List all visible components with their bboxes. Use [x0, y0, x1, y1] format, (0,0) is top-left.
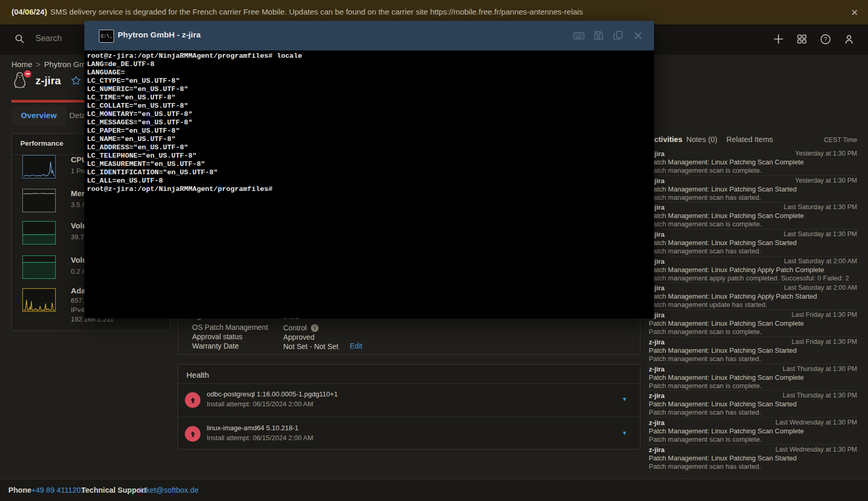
app-root: (04/06/24)SMS delivery service is degrad… — [0, 0, 868, 501]
terminal-line: root@z-jira:/opt/NinjaRMMAgent/programfi… — [84, 52, 654, 60]
svg-text:?: ? — [824, 36, 827, 42]
save-icon[interactable] — [592, 29, 605, 42]
copy-icon[interactable] — [612, 29, 625, 42]
terminal-line: LANGUAGE= — [84, 69, 654, 77]
activity-entry: z-jiraLast Thursday at 1:30 PM Patch Man… — [649, 391, 857, 418]
terminal-line: LC_ALL=en_US.UTF-8 — [84, 177, 654, 185]
alert-banner-date: (04/06/24) — [11, 7, 47, 16]
terminal-line: LC_COLLATE="en_US.UTF-8" — [84, 102, 654, 110]
footer: Phone +49 89 4111201 Technical Support t… — [0, 479, 868, 501]
terminal-line: root@z-jira:/opt/NinjaRMMAgent/programfi… — [84, 185, 654, 194]
banner-close-icon[interactable]: ✕ — [848, 6, 861, 19]
terminal-line: LC_MESSAGES="en_US.UTF-8" — [84, 119, 654, 127]
activity-list: z-jiraYesterday at 1:30 PM Patch Managem… — [649, 149, 857, 471]
activity-entry: z-jiraLast Friday at 1:30 PM Patch Manag… — [649, 310, 857, 337]
package-name: odbc-postgresql 1:16.00.0005-1.pgdg110+1 — [207, 390, 338, 398]
detail-row-os-patch: OS Patch Management Control i — [192, 323, 630, 332]
activity-tabs: Activities Notes (0) Related Items CEST … — [649, 135, 857, 147]
breadcrumb: Home>Phytron GmbH — [11, 60, 96, 69]
alert-banner-message: (04/06/24)SMS delivery service is degrad… — [11, 7, 583, 16]
breadcrumb-separator: > — [36, 60, 41, 69]
terminal-line: LC_PAPER="en_US.UTF-8" — [84, 127, 654, 135]
expand-caret-icon[interactable]: ▼ — [622, 396, 627, 402]
terminal-line: LC_ADDRESS="en_US.UTF-8" — [84, 144, 654, 152]
terminal-title: Phytron GmbH - z-jira — [118, 30, 200, 40]
phone-label: Phone — [8, 486, 31, 494]
terminal-titlebar[interactable]: C:\_ Phytron GmbH - z-jira — [84, 21, 654, 50]
breadcrumb-home[interactable]: Home — [11, 60, 32, 69]
search-icon[interactable] — [12, 32, 26, 45]
support-label: Technical Support — [81, 486, 146, 494]
tab-related-items[interactable]: Related Items — [726, 135, 773, 144]
device-header: z-jira — [12, 72, 82, 89]
tab-notes[interactable]: Notes (0) — [686, 135, 718, 144]
health-panel: Health odbc-postgresql 1:16.00.0005-1.pg… — [178, 364, 640, 449]
package-name: linux-image-amd64 5.10.218-1 — [207, 424, 298, 432]
terminal-line: LC_NUMERIC="en_US.UTF-8" — [84, 85, 654, 94]
timezone-label: CEST Time — [824, 136, 857, 144]
terminal-line: LC_MEASUREMENT="en_US.UTF-8" — [84, 160, 654, 169]
info-icon[interactable]: i — [311, 324, 319, 332]
activity-entry: z-jiraLast Wednesday at 1:30 PM Patch Ma… — [649, 445, 857, 472]
adapter-sparkline — [22, 288, 56, 312]
terminal-line: LC_IDENTIFICATION="en_US.UTF-8" — [84, 169, 654, 177]
install-attempt: Install attempt: 06/15/2024 2:00 AM — [207, 400, 313, 408]
update-arrow-icon — [185, 392, 200, 408]
warranty-edit-link[interactable]: Edit — [350, 342, 362, 351]
terminal-icon: C:\_ — [99, 30, 114, 43]
cpu-sparkline — [22, 155, 56, 178]
activity-entry: z-jiraLast Wednesday at 1:30 PM Patch Ma… — [649, 418, 857, 445]
terminal-line: LC_TELEPHONE="en_US.UTF-8" — [84, 152, 654, 160]
device-down-badge — [24, 70, 31, 78]
terminal-line: LC_CTYPE="en_US.UTF-8" — [84, 77, 654, 85]
phone-link[interactable]: +49 89 4111201 — [31, 486, 85, 494]
help-icon[interactable]: ? — [819, 32, 832, 46]
activity-entry: z-jiraLast Saturday at 1:30 PM Patch Man… — [649, 202, 857, 229]
memory-sparkline — [22, 189, 56, 212]
activity-entry: z-jiraLast Friday at 1:30 PM Patch Manag… — [649, 337, 857, 364]
terminal-window: C:\_ Phytron GmbH - z-jira root@z-jira:/… — [84, 21, 654, 318]
user-icon[interactable] — [842, 32, 856, 46]
device-name: z-jira — [35, 74, 61, 87]
terminal-line: LANG=de_DE.UTF-8 — [84, 60, 654, 69]
keyboard-icon[interactable] — [572, 29, 585, 42]
terminal-line: LC_TIME="en_US.UTF-8" — [84, 94, 654, 102]
activity-entry: z-jiraYesterday at 1:30 PM Patch Managem… — [649, 149, 857, 176]
close-icon[interactable] — [632, 29, 645, 42]
volume1-gauge — [22, 221, 56, 245]
detail-row-approval: Approval status Approved — [192, 332, 630, 342]
update-arrow-icon — [185, 426, 200, 442]
performance-title: Performance — [20, 139, 64, 147]
volume2-gauge — [22, 255, 56, 279]
expand-caret-icon[interactable]: ▼ — [622, 430, 627, 436]
install-attempt: Install attempt: 06/15/2024 2:00 AM — [207, 434, 313, 442]
activity-entry: z-jiraLast Saturday at 1:30 PM Patch Man… — [649, 229, 857, 256]
favorite-star-icon[interactable] — [70, 75, 82, 86]
health-item-linux-image: linux-image-amd64 5.10.218-1 Install att… — [178, 417, 640, 450]
activity-entry: z-jiraLast Thursday at 1:30 PM Patch Man… — [649, 364, 857, 391]
apps-grid-icon[interactable] — [795, 32, 809, 46]
detail-row-warranty: Warranty Date Not Set - Not Set Edit — [192, 342, 630, 351]
activity-entry: z-jiraLast Saturday at 2:00 AM Patch Man… — [649, 283, 857, 310]
health-item-odbc: odbc-postgresql 1:16.00.0005-1.pgdg110+1… — [178, 383, 640, 417]
approval-status-value: Approved — [283, 332, 315, 342]
activity-entry: z-jiraYesterday at 1:30 PM Patch Managem… — [649, 176, 857, 203]
add-icon[interactable] — [772, 32, 785, 46]
linux-penguin-icon — [12, 72, 28, 89]
tab-overview[interactable]: Overview — [11, 106, 66, 125]
activity-entry: z-jiraLast Saturday at 2:00 AM Patch Man… — [649, 256, 857, 284]
terminal-line: LC_NAME="en_US.UTF-8" — [84, 135, 654, 144]
health-title: Health — [186, 370, 209, 379]
support-email-link[interactable]: ticket@softbox.de — [139, 486, 198, 494]
terminal-line: LC_MONETARY="en_US.UTF-8" — [84, 110, 654, 119]
terminal-output[interactable]: root@z-jira:/opt/NinjaRMMAgent/programfi… — [84, 50, 654, 318]
